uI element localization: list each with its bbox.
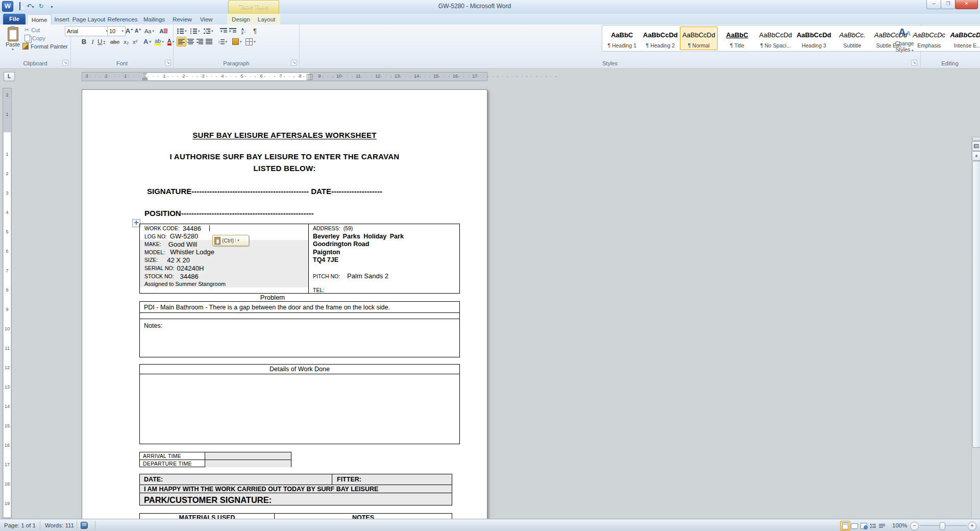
shrink-font-button[interactable]: A▼ (133, 26, 143, 36)
draft-view-button[interactable] (877, 521, 887, 531)
zoom-in-button[interactable]: + (968, 522, 976, 530)
details-table[interactable]: Details of Work Done (139, 364, 460, 444)
tab-mailings[interactable]: Mailings (139, 14, 169, 25)
close-button[interactable]: ✕ (955, 0, 978, 9)
caravan-info-table[interactable]: WORK CODE:34486 LOG NO:GW-5280 MAKE:Good… (139, 224, 460, 294)
copy-button[interactable]: Copy (24, 35, 45, 41)
vruler-number: 17 (3, 462, 11, 467)
tab-home[interactable]: Home (27, 14, 52, 25)
increase-indent-button[interactable] (228, 26, 237, 36)
signature-line: SIGNATURE-------------------------------… (147, 187, 382, 196)
page-indicator[interactable]: Page: 1 of 1 (4, 521, 36, 529)
tab-file[interactable]: File (3, 14, 26, 25)
multilevel-list-button[interactable] (203, 26, 214, 36)
problem-text-row[interactable]: PDI - Main Bathroom - There is a gap bet… (140, 302, 459, 313)
style-subtitle[interactable]: AaBbCc.Subtitle (834, 27, 871, 50)
text-effects-button[interactable]: A (142, 37, 152, 46)
print-layout-view-button[interactable] (840, 521, 850, 531)
minimize-button[interactable]: ─ (926, 0, 941, 9)
tab-view[interactable]: View (195, 14, 217, 25)
line-spacing-button[interactable]: ↕ (217, 37, 228, 46)
justify-button[interactable] (204, 37, 214, 46)
document-page[interactable]: SURF BAY LEISURE AFTERSALES WORKSHEET I … (82, 89, 487, 520)
notes-box[interactable]: Notes: (139, 319, 460, 357)
hruler-number: 10 (336, 74, 341, 79)
decrease-indent-button[interactable] (218, 26, 228, 36)
font-dialog-launcher[interactable]: ↘ (165, 60, 171, 66)
tab-stop-selector[interactable]: L (4, 72, 15, 81)
style-heading-3[interactable]: AaBbCcDdHeading 3 (795, 27, 832, 50)
details-header: Details of Work Done (140, 365, 459, 374)
paste-options-button[interactable]: (Ctrl) ▾ (212, 235, 249, 246)
zoom-level[interactable]: 100% (892, 521, 907, 529)
word-window: W ↶▾ ↻ ▾ Table Tools GW-5280 - Microsoft… (0, 0, 980, 531)
style-no-spacing[interactable]: AaBbCcDd¶ No Spaci... (757, 27, 794, 50)
shading-button[interactable] (232, 37, 242, 46)
cut-button[interactable]: ✂Cut (24, 27, 40, 33)
styles-dialog-launcher[interactable]: ↘ (911, 60, 917, 66)
style-normal[interactable]: AaBbCcDd¶ Normal (680, 27, 717, 50)
problem-table[interactable]: PDI - Main Bathroom - There is a gap bet… (139, 301, 460, 319)
maximize-button[interactable]: ❐ (941, 0, 955, 9)
styles-group: AaBbC¶ Heading 1AaBbCcDd¶ Heading 2AaBbC… (300, 25, 921, 67)
hruler-number: 2 (182, 74, 185, 79)
horizontal-ruler[interactable]: 3211234567891011121314151617 (82, 72, 487, 81)
hruler-number: 15 (433, 74, 438, 79)
tab-design[interactable]: Design (228, 14, 254, 25)
tab-insert[interactable]: Insert (52, 14, 72, 25)
show-hide-pilcrow-button[interactable]: ¶ (250, 26, 260, 36)
clipboard-dialog-launcher[interactable]: ↘ (62, 60, 68, 66)
underline-button[interactable]: U (96, 37, 106, 46)
hruler-number: 17 (472, 74, 477, 79)
sort-button[interactable]: AZ↓ (239, 26, 249, 36)
change-case-button[interactable]: Aa (144, 26, 155, 36)
style-heading-1[interactable]: AaBbC¶ Heading 1 (603, 27, 641, 50)
departure-time-value-cell[interactable] (205, 460, 291, 467)
font-size-select[interactable]: 10▾ (107, 26, 126, 36)
format-painter-button[interactable]: Format Painter (22, 43, 68, 50)
table-column-marker[interactable] (307, 74, 312, 80)
address-cell[interactable]: ADDRESS:(59) Beverley Parks Holiday Park… (308, 224, 460, 293)
scrollbar-thumb[interactable] (972, 161, 980, 448)
indent-markers[interactable] (142, 73, 148, 80)
tab-layout[interactable]: Layout (254, 14, 279, 25)
zoom-slider-thumb[interactable] (940, 522, 945, 530)
fullscreen-reading-view-button[interactable] (849, 521, 860, 531)
strikethrough-button[interactable]: abe (110, 37, 120, 46)
align-left-button[interactable] (177, 37, 186, 46)
font-family-select[interactable]: Arial▾ (65, 26, 110, 36)
zoom-out-button[interactable]: − (910, 522, 919, 530)
vertical-ruler[interactable]: 2112345678910111213141516171819 (3, 88, 12, 518)
tab-review[interactable]: Review (169, 14, 195, 25)
arrival-time-value-cell[interactable] (205, 452, 291, 460)
signoff-table[interactable]: DATE: FITTER: I AM HAPPY WITH THE WORK C… (139, 474, 452, 505)
word-count[interactable]: Words: 111 (45, 521, 74, 529)
style-title[interactable]: AaBbC¶ Title (719, 27, 756, 50)
tab-references[interactable]: References (106, 14, 139, 25)
ruler-toggle-button[interactable] (972, 141, 980, 151)
change-styles-button[interactable]: AA Change Styles ▾ (890, 26, 919, 54)
times-table[interactable]: ARRIVAL TIME DEPARTURE TIME (139, 452, 291, 467)
paste-button[interactable]: Paste▾ (3, 26, 22, 52)
scroll-up-button[interactable]: ▲ (972, 151, 980, 161)
highlight-color-button[interactable]: ab (154, 37, 164, 46)
fitter-label: FITTER: (337, 476, 361, 483)
web-layout-view-button[interactable] (859, 521, 869, 531)
happy-line: I AM HAPPY WITH THE WORK CARRIED OUT TOD… (140, 485, 452, 493)
tab-page-layout[interactable]: Page Layout (72, 14, 106, 25)
split-handle[interactable] (972, 137, 980, 141)
align-right-button[interactable] (195, 37, 205, 46)
paragraph-dialog-launcher[interactable]: ↘ (291, 60, 297, 66)
date-label: DATE: (140, 476, 163, 483)
vruler-number: 1 (3, 152, 11, 157)
style-heading-2[interactable]: AaBbCcDd¶ Heading 2 (642, 27, 679, 50)
vertical-scrollbar[interactable]: ▲ ▼ ▲▲ ▼▼ (971, 136, 980, 531)
numbering-button[interactable] (190, 26, 201, 36)
outline-view-button[interactable] (868, 521, 878, 531)
superscript-button[interactable]: x² (130, 37, 140, 46)
clear-formatting-button[interactable]: A (159, 26, 168, 36)
spellcheck-status-icon[interactable]: ✓ (81, 522, 88, 530)
bullets-button[interactable] (177, 26, 187, 36)
align-center-button[interactable] (186, 37, 195, 46)
borders-button[interactable] (245, 37, 256, 46)
